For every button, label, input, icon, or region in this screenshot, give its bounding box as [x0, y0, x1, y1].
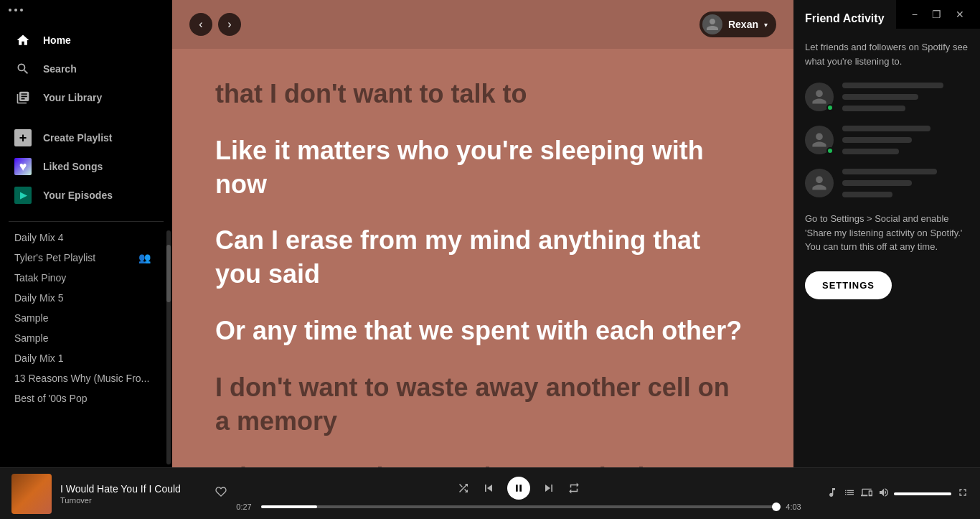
playlist-name: Best of '00s Pop: [14, 393, 151, 404]
create-playlist-icon: +: [14, 129, 32, 146]
friend-text-line-2c: [842, 149, 899, 154]
playlist-item-best-00s-pop[interactable]: Best of '00s Pop: [6, 388, 159, 408]
sidebar: Home Search Your Library + Create Playli…: [0, 0, 172, 467]
liked-songs-item[interactable]: ♥ Liked Songs: [6, 152, 166, 181]
main-content: ‹ › Rexan ▾ that I don't want to talk to…: [172, 0, 793, 467]
fullscreen-button[interactable]: [957, 487, 969, 501]
playlist-item-13-reasons[interactable]: 13 Reasons Why (Music Fro...: [6, 368, 159, 388]
lyric-line-5: When you're just another meaningless lov…: [215, 461, 750, 467]
lyric-spacer-0: [215, 117, 750, 134]
collab-icon: 👥: [138, 252, 151, 263]
playlist-name: Daily Mix 1: [14, 352, 151, 364]
playlist-item-tatak-pinoy[interactable]: Tatak Pinoy: [6, 268, 159, 288]
track-artist: Turnover: [60, 496, 207, 505]
friend-text-line-3c: [842, 192, 892, 197]
panel-title: Friend Activity: [805, 12, 885, 25]
track-art-image: [11, 474, 52, 514]
bottom-player: I Would Hate You If I Could Turnover: [0, 467, 980, 519]
friend-info-2: [842, 126, 969, 154]
friend-text-line-1c: [842, 106, 905, 111]
previous-button[interactable]: [481, 481, 496, 495]
friend-item-1: [805, 83, 969, 111]
friend-info-1: [842, 83, 969, 111]
minimize-button[interactable]: −: [905, 6, 925, 23]
playlist-name: Sample: [14, 332, 151, 344]
playlist-name: Daily Mix 5: [14, 292, 151, 304]
track-name: I Would Hate You If I Could: [60, 483, 207, 495]
friend-text-line-3b: [842, 180, 912, 186]
sidebar-item-library[interactable]: Your Library: [6, 83, 166, 112]
friend-activity-panel: Friend Activity Let friends and follower…: [793, 0, 980, 467]
home-label: Home: [43, 34, 71, 46]
sidebar-three-dots: [0, 0, 172, 14]
library-label: Your Library: [43, 92, 102, 103]
lyrics-button[interactable]: [826, 487, 838, 501]
volume-button[interactable]: [878, 487, 890, 501]
window-controls: − ❐ ✕: [896, 0, 980, 29]
sidebar-item-home[interactable]: Home: [6, 26, 166, 55]
dot-1: [9, 9, 11, 11]
sidebar-scrollbar[interactable]: [166, 230, 171, 464]
lyric-spacer-2: [215, 297, 750, 314]
user-name: Rexan: [728, 19, 758, 30]
devices-button[interactable]: [861, 487, 872, 501]
create-playlist-item[interactable]: + Create Playlist: [6, 123, 166, 152]
volume-area: [878, 487, 951, 501]
like-track-button[interactable]: [215, 486, 227, 501]
lyric-line-0: that I don't want to talk to: [215, 78, 750, 111]
playlist-item-daily-mix-1[interactable]: Daily Mix 1: [6, 348, 159, 368]
volume-fill: [894, 492, 951, 495]
your-episodes-item[interactable]: ▶ Your Episodes: [6, 181, 166, 210]
lyric-spacer-1: [215, 207, 750, 224]
playlist-name: 13 Reasons Why (Music Fro...: [14, 373, 151, 384]
friend-text-line-2a: [842, 126, 930, 131]
back-button[interactable]: ‹: [189, 13, 212, 36]
sidebar-actions: + Create Playlist ♥ Liked Songs ▶ Your E…: [0, 118, 172, 215]
next-button[interactable]: [542, 481, 556, 495]
friend-text-lines-1: [842, 83, 969, 111]
player-track-info: I Would Hate You If I Could Turnover: [11, 474, 227, 514]
friend-avatar-2: [805, 126, 834, 154]
create-playlist-label: Create Playlist: [43, 132, 113, 144]
search-label: Search: [43, 63, 77, 75]
liked-songs-icon: ♥: [14, 158, 32, 175]
sidebar-scrollbar-thumb: [166, 245, 171, 302]
volume-slider[interactable]: [894, 492, 951, 495]
friend-text-line-1a: [842, 83, 943, 88]
progress-bar[interactable]: [261, 505, 776, 508]
player-controls: 0:27 4:03: [232, 477, 805, 511]
playlist-item-tylers-pet[interactable]: Tyler's Pet Playlist 👥: [6, 248, 159, 268]
sidebar-item-search[interactable]: Search: [6, 55, 166, 83]
playlist-name: Sample: [14, 312, 151, 324]
settings-button[interactable]: SETTINGS: [805, 271, 892, 299]
track-details: I Would Hate You If I Could Turnover: [60, 483, 207, 505]
playlist-item-sample-2[interactable]: Sample: [6, 328, 159, 348]
queue-button[interactable]: [844, 487, 855, 501]
friend-text-line-2b: [842, 137, 912, 143]
user-menu[interactable]: Rexan ▾: [699, 11, 776, 37]
repeat-button[interactable]: [567, 482, 580, 495]
track-artwork: [11, 474, 52, 514]
current-time: 0:27: [232, 502, 255, 511]
progress-bar-area: 0:27 4:03: [232, 502, 805, 511]
user-avatar: [702, 14, 722, 34]
sidebar-divider: [9, 221, 164, 222]
playlist-name: Tatak Pinoy: [14, 272, 151, 284]
dot-2: [14, 9, 17, 11]
friend-text-line-3a: [842, 169, 937, 174]
playlist-name: Daily Mix 4: [14, 232, 151, 243]
player-extras: [811, 487, 969, 501]
user-chevron-icon: ▾: [764, 21, 768, 29]
friend-text-lines-2: [842, 126, 969, 154]
close-button[interactable]: ✕: [948, 6, 971, 23]
playlist-item-daily-mix-4[interactable]: Daily Mix 4: [6, 228, 159, 248]
play-pause-button[interactable]: [507, 477, 530, 500]
nav-arrows: ‹ ›: [189, 13, 241, 36]
forward-button[interactable]: ›: [218, 13, 241, 36]
playlist-item-sample-1[interactable]: Sample: [6, 308, 159, 328]
playlist-item-daily-mix-5[interactable]: Daily Mix 5: [6, 288, 159, 308]
friend-text-lines-3: [842, 169, 969, 197]
shuffle-button[interactable]: [457, 482, 470, 495]
maximize-button[interactable]: ❐: [925, 6, 948, 23]
friend-online-dot-2: [826, 147, 834, 154]
